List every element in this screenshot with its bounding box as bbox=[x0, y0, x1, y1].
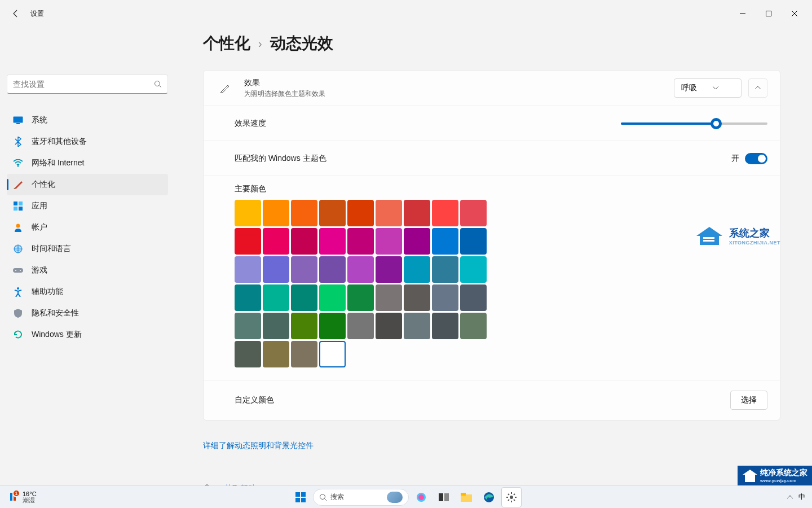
color-swatch[interactable] bbox=[347, 228, 374, 255]
color-swatch[interactable] bbox=[347, 256, 374, 283]
nav-item-privacy[interactable]: 隐私和安全性 bbox=[7, 303, 168, 324]
nav-label: 时间和语言 bbox=[32, 244, 71, 254]
edge-icon[interactable] bbox=[479, 487, 499, 507]
sidebar: 系统 蓝牙和其他设备 网络和 Internet 个性化 应用 帐户 时间和语言 … bbox=[0, 27, 175, 485]
color-swatch[interactable] bbox=[263, 284, 289, 311]
color-swatch[interactable] bbox=[460, 256, 487, 283]
color-swatch[interactable] bbox=[319, 341, 346, 367]
nav-item-time[interactable]: 时间和语言 bbox=[7, 238, 168, 260]
settings-icon[interactable] bbox=[501, 487, 522, 507]
color-swatch[interactable] bbox=[376, 313, 402, 339]
explorer-icon[interactable] bbox=[456, 487, 476, 507]
color-swatch[interactable] bbox=[235, 341, 261, 367]
color-swatch[interactable] bbox=[235, 313, 261, 339]
color-swatch[interactable] bbox=[319, 313, 346, 339]
color-swatch[interactable] bbox=[376, 200, 402, 226]
speed-slider[interactable] bbox=[621, 122, 767, 125]
nav-item-accounts[interactable]: 帐户 bbox=[7, 217, 168, 238]
task-view-icon[interactable] bbox=[434, 487, 454, 507]
nav-item-gaming[interactable]: 游戏 bbox=[7, 260, 168, 281]
color-swatch[interactable] bbox=[404, 200, 430, 226]
color-swatch[interactable] bbox=[347, 200, 374, 226]
choose-button[interactable]: 选择 bbox=[730, 391, 767, 410]
color-swatch[interactable] bbox=[460, 200, 487, 226]
color-swatch[interactable] bbox=[319, 256, 346, 283]
svg-point-36 bbox=[510, 496, 513, 499]
color-swatch[interactable] bbox=[291, 341, 317, 367]
match-accent-label: 匹配我的 Windows 主题色 bbox=[235, 154, 731, 164]
color-swatch[interactable] bbox=[432, 284, 458, 311]
nav-label: 系统 bbox=[32, 115, 47, 125]
nav-item-accessibility[interactable]: 辅助功能 bbox=[7, 281, 168, 303]
color-swatch[interactable] bbox=[291, 200, 317, 226]
color-swatch[interactable] bbox=[432, 200, 458, 226]
color-swatch[interactable] bbox=[291, 228, 317, 255]
color-swatch[interactable] bbox=[404, 284, 430, 311]
color-swatch[interactable] bbox=[432, 256, 458, 283]
ime-indicator[interactable]: 中 bbox=[798, 492, 805, 502]
nav-item-network[interactable]: 网络和 Internet bbox=[7, 152, 168, 174]
color-swatch[interactable] bbox=[347, 284, 374, 311]
user-block bbox=[7, 27, 168, 72]
minimize-button[interactable] bbox=[730, 5, 756, 23]
color-swatch[interactable] bbox=[263, 200, 289, 226]
nav-item-bluetooth[interactable]: 蓝牙和其他设备 bbox=[7, 131, 168, 152]
color-swatch[interactable] bbox=[291, 313, 317, 339]
speed-label: 效果速度 bbox=[235, 119, 621, 129]
color-swatch[interactable] bbox=[235, 284, 261, 311]
back-button[interactable] bbox=[5, 2, 27, 25]
effects-title: 效果 bbox=[244, 78, 674, 88]
color-swatch[interactable] bbox=[263, 341, 289, 367]
color-swatch[interactable] bbox=[347, 313, 374, 339]
color-swatch[interactable] bbox=[460, 228, 487, 255]
main-color-label: 主要颜色 bbox=[235, 184, 767, 194]
color-swatch[interactable] bbox=[263, 228, 289, 255]
close-button[interactable] bbox=[782, 5, 807, 23]
svg-rect-24 bbox=[301, 492, 306, 497]
tray-chevron-icon[interactable] bbox=[787, 496, 793, 499]
color-swatch[interactable] bbox=[235, 228, 261, 255]
maximize-button[interactable] bbox=[756, 5, 782, 23]
nav-item-update[interactable]: Windows 更新 bbox=[7, 324, 168, 345]
effects-card: 效果 为照明选择颜色主题和效果 呼吸 效果速度 匹配我的 Windows 主题色… bbox=[203, 70, 780, 421]
copilot-icon[interactable] bbox=[411, 487, 431, 507]
search-box[interactable] bbox=[7, 75, 168, 94]
breadcrumb-parent[interactable]: 个性化 bbox=[203, 33, 250, 54]
color-swatch[interactable] bbox=[404, 313, 430, 339]
color-swatch[interactable] bbox=[376, 284, 402, 311]
nav-item-personalization[interactable]: 个性化 bbox=[7, 174, 168, 195]
color-swatch[interactable] bbox=[404, 256, 430, 283]
color-swatch[interactable] bbox=[319, 284, 346, 311]
color-swatch[interactable] bbox=[291, 284, 317, 311]
custom-color-label: 自定义颜色 bbox=[235, 395, 730, 405]
watermark-ycwjzy: 纯净系统之家www.ycwjzy.com bbox=[738, 466, 812, 485]
nav-item-apps[interactable]: 应用 bbox=[7, 195, 168, 217]
breadcrumb: 个性化 › 动态光效 bbox=[203, 33, 780, 54]
chevron-down-icon bbox=[713, 86, 718, 90]
svg-rect-19 bbox=[703, 237, 714, 239]
learn-more-link[interactable]: 详细了解动态照明和背景光控件 bbox=[203, 441, 780, 451]
color-swatch[interactable] bbox=[376, 256, 402, 283]
taskbar-search[interactable]: 搜索 bbox=[313, 489, 409, 506]
taskbar-weather[interactable]: 1 16°C 潮湿 bbox=[0, 491, 42, 504]
color-swatch[interactable] bbox=[263, 256, 289, 283]
match-accent-toggle[interactable] bbox=[745, 153, 767, 164]
color-swatches bbox=[235, 200, 494, 367]
color-swatch[interactable] bbox=[319, 200, 346, 226]
color-swatch[interactable] bbox=[376, 228, 402, 255]
color-swatch[interactable] bbox=[404, 228, 430, 255]
effect-dropdown[interactable]: 呼吸 bbox=[674, 78, 742, 98]
collapse-button[interactable] bbox=[748, 78, 767, 98]
color-swatch[interactable] bbox=[235, 256, 261, 283]
nav-item-system[interactable]: 系统 bbox=[7, 110, 168, 131]
start-button[interactable] bbox=[290, 487, 311, 507]
color-swatch[interactable] bbox=[460, 284, 487, 311]
color-swatch[interactable] bbox=[263, 313, 289, 339]
color-swatch[interactable] bbox=[432, 313, 458, 339]
color-swatch[interactable] bbox=[235, 200, 261, 226]
color-swatch[interactable] bbox=[432, 228, 458, 255]
color-swatch[interactable] bbox=[319, 228, 346, 255]
color-swatch[interactable] bbox=[291, 256, 317, 283]
color-swatch[interactable] bbox=[460, 313, 487, 339]
search-input[interactable] bbox=[13, 80, 154, 89]
